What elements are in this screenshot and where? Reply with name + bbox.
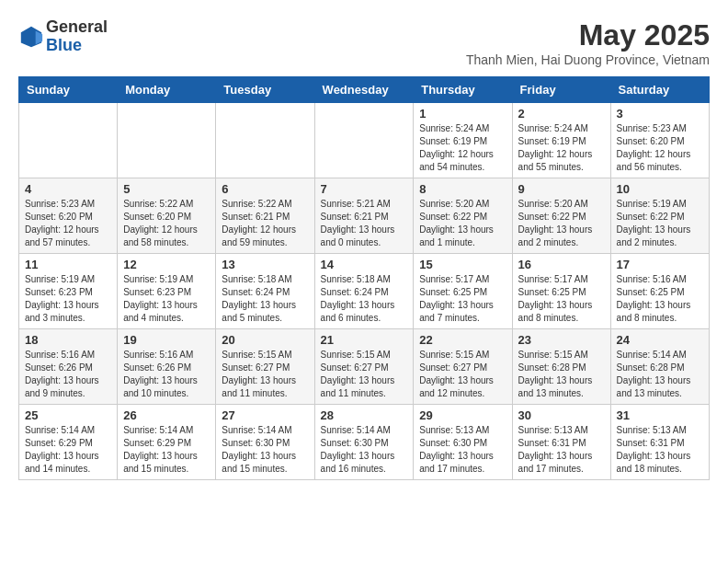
calendar-cell — [216, 103, 314, 178]
day-number: 25 — [25, 408, 111, 422]
calendar-cell: 20Sunrise: 5:15 AM Sunset: 6:27 PM Dayli… — [216, 329, 314, 405]
day-header-wednesday: Wednesday — [314, 77, 414, 103]
day-info: Sunrise: 5:14 AM Sunset: 6:30 PM Dayligh… — [321, 424, 408, 476]
calendar-cell: 31Sunrise: 5:13 AM Sunset: 6:31 PM Dayli… — [610, 405, 709, 480]
calendar-table: SundayMondayTuesdayWednesdayThursdayFrid… — [18, 76, 710, 480]
day-number: 18 — [25, 333, 111, 347]
day-info: Sunrise: 5:14 AM Sunset: 6:30 PM Dayligh… — [222, 424, 308, 476]
day-number: 16 — [518, 258, 605, 271]
day-info: Sunrise: 5:19 AM Sunset: 6:22 PM Dayligh… — [617, 198, 703, 249]
calendar-cell: 1Sunrise: 5:24 AM Sunset: 6:19 PM Daylig… — [414, 103, 512, 178]
day-number: 24 — [617, 333, 703, 347]
calendar-cell: 9Sunrise: 5:20 AM Sunset: 6:22 PM Daylig… — [512, 178, 610, 254]
day-number: 11 — [25, 258, 111, 271]
calendar-body: 1Sunrise: 5:24 AM Sunset: 6:19 PM Daylig… — [19, 103, 710, 480]
day-info: Sunrise: 5:13 AM Sunset: 6:30 PM Dayligh… — [419, 424, 506, 476]
day-number: 12 — [123, 258, 210, 271]
calendar-cell: 12Sunrise: 5:19 AM Sunset: 6:23 PM Dayli… — [118, 254, 216, 329]
day-header-monday: Monday — [118, 77, 216, 103]
day-info: Sunrise: 5:23 AM Sunset: 6:20 PM Dayligh… — [25, 198, 111, 249]
calendar-cell: 10Sunrise: 5:19 AM Sunset: 6:22 PM Dayli… — [610, 178, 709, 254]
calendar-cell — [314, 103, 414, 178]
day-info: Sunrise: 5:22 AM Sunset: 6:20 PM Dayligh… — [123, 198, 210, 249]
day-info: Sunrise: 5:18 AM Sunset: 6:24 PM Dayligh… — [321, 273, 408, 325]
day-info: Sunrise: 5:15 AM Sunset: 6:27 PM Dayligh… — [222, 349, 308, 400]
day-number: 28 — [321, 408, 408, 422]
calendar-cell: 8Sunrise: 5:20 AM Sunset: 6:22 PM Daylig… — [414, 178, 512, 254]
day-number: 5 — [123, 182, 210, 196]
day-info: Sunrise: 5:17 AM Sunset: 6:25 PM Dayligh… — [518, 273, 605, 325]
calendar-cell: 3Sunrise: 5:23 AM Sunset: 6:20 PM Daylig… — [610, 103, 709, 178]
day-info: Sunrise: 5:23 AM Sunset: 6:20 PM Dayligh… — [617, 122, 703, 174]
day-info: Sunrise: 5:16 AM Sunset: 6:26 PM Dayligh… — [123, 349, 210, 400]
calendar-cell — [118, 103, 216, 178]
day-number: 6 — [222, 182, 308, 196]
logo-general: General — [46, 18, 108, 37]
calendar-cell: 26Sunrise: 5:14 AM Sunset: 6:29 PM Dayli… — [118, 405, 216, 480]
calendar-week-5: 25Sunrise: 5:14 AM Sunset: 6:29 PM Dayli… — [19, 405, 710, 480]
day-info: Sunrise: 5:14 AM Sunset: 6:29 PM Dayligh… — [25, 424, 111, 476]
day-number: 29 — [419, 408, 506, 422]
logo-icon — [18, 24, 44, 50]
day-number: 14 — [321, 258, 408, 271]
calendar-cell: 28Sunrise: 5:14 AM Sunset: 6:30 PM Dayli… — [314, 405, 414, 480]
day-info: Sunrise: 5:16 AM Sunset: 6:25 PM Dayligh… — [617, 273, 703, 325]
day-info: Sunrise: 5:15 AM Sunset: 6:28 PM Dayligh… — [518, 349, 605, 400]
calendar-cell: 4Sunrise: 5:23 AM Sunset: 6:20 PM Daylig… — [19, 178, 118, 254]
calendar-cell: 18Sunrise: 5:16 AM Sunset: 6:26 PM Dayli… — [19, 329, 118, 405]
day-number: 19 — [123, 333, 210, 347]
day-header-thursday: Thursday — [414, 77, 512, 103]
calendar-week-1: 1Sunrise: 5:24 AM Sunset: 6:19 PM Daylig… — [19, 103, 710, 178]
calendar-cell: 11Sunrise: 5:19 AM Sunset: 6:23 PM Dayli… — [19, 254, 118, 329]
day-info: Sunrise: 5:13 AM Sunset: 6:31 PM Dayligh… — [617, 424, 703, 476]
day-header-saturday: Saturday — [610, 77, 709, 103]
day-info: Sunrise: 5:15 AM Sunset: 6:27 PM Dayligh… — [419, 349, 506, 400]
day-info: Sunrise: 5:24 AM Sunset: 6:19 PM Dayligh… — [518, 122, 605, 174]
calendar-header: SundayMondayTuesdayWednesdayThursdayFrid… — [19, 77, 710, 103]
calendar-cell: 24Sunrise: 5:14 AM Sunset: 6:28 PM Dayli… — [610, 329, 709, 405]
days-of-week-row: SundayMondayTuesdayWednesdayThursdayFrid… — [19, 77, 710, 103]
day-number: 15 — [419, 258, 506, 271]
day-number: 20 — [222, 333, 308, 347]
day-info: Sunrise: 5:15 AM Sunset: 6:27 PM Dayligh… — [321, 349, 408, 400]
day-info: Sunrise: 5:14 AM Sunset: 6:29 PM Dayligh… — [123, 424, 210, 476]
day-number: 9 — [518, 182, 605, 196]
calendar-cell: 2Sunrise: 5:24 AM Sunset: 6:19 PM Daylig… — [512, 103, 610, 178]
day-number: 7 — [321, 182, 408, 196]
day-info: Sunrise: 5:14 AM Sunset: 6:28 PM Dayligh… — [617, 349, 703, 400]
day-number: 21 — [321, 333, 408, 347]
day-number: 13 — [222, 258, 308, 271]
day-number: 22 — [419, 333, 506, 347]
calendar-cell — [19, 103, 118, 178]
calendar-cell: 13Sunrise: 5:18 AM Sunset: 6:24 PM Dayli… — [216, 254, 314, 329]
day-info: Sunrise: 5:21 AM Sunset: 6:21 PM Dayligh… — [321, 198, 408, 249]
day-info: Sunrise: 5:24 AM Sunset: 6:19 PM Dayligh… — [419, 122, 506, 174]
page-header: General Blue May 2025 Thanh Mien, Hai Du… — [18, 18, 710, 67]
calendar-week-4: 18Sunrise: 5:16 AM Sunset: 6:26 PM Dayli… — [19, 329, 710, 405]
calendar-cell: 27Sunrise: 5:14 AM Sunset: 6:30 PM Dayli… — [216, 405, 314, 480]
day-info: Sunrise: 5:13 AM Sunset: 6:31 PM Dayligh… — [518, 424, 605, 476]
calendar-week-3: 11Sunrise: 5:19 AM Sunset: 6:23 PM Dayli… — [19, 254, 710, 329]
calendar-cell: 17Sunrise: 5:16 AM Sunset: 6:25 PM Dayli… — [610, 254, 709, 329]
calendar-cell: 30Sunrise: 5:13 AM Sunset: 6:31 PM Dayli… — [512, 405, 610, 480]
day-number: 10 — [617, 182, 703, 196]
day-info: Sunrise: 5:20 AM Sunset: 6:22 PM Dayligh… — [518, 198, 605, 249]
day-number: 4 — [25, 182, 111, 196]
day-info: Sunrise: 5:16 AM Sunset: 6:26 PM Dayligh… — [25, 349, 111, 400]
calendar-cell: 15Sunrise: 5:17 AM Sunset: 6:25 PM Dayli… — [414, 254, 512, 329]
month-year-title: May 2025 — [466, 18, 710, 52]
calendar-cell: 25Sunrise: 5:14 AM Sunset: 6:29 PM Dayli… — [19, 405, 118, 480]
day-number: 30 — [518, 408, 605, 422]
title-section: May 2025 Thanh Mien, Hai Duong Province,… — [466, 18, 710, 67]
day-header-sunday: Sunday — [19, 77, 118, 103]
calendar-week-2: 4Sunrise: 5:23 AM Sunset: 6:20 PM Daylig… — [19, 178, 710, 254]
calendar-cell: 16Sunrise: 5:17 AM Sunset: 6:25 PM Dayli… — [512, 254, 610, 329]
calendar-cell: 22Sunrise: 5:15 AM Sunset: 6:27 PM Dayli… — [414, 329, 512, 405]
day-number: 31 — [617, 408, 703, 422]
day-info: Sunrise: 5:19 AM Sunset: 6:23 PM Dayligh… — [25, 273, 111, 325]
day-number: 8 — [419, 182, 506, 196]
calendar-cell: 14Sunrise: 5:18 AM Sunset: 6:24 PM Dayli… — [314, 254, 414, 329]
calendar-cell: 23Sunrise: 5:15 AM Sunset: 6:28 PM Dayli… — [512, 329, 610, 405]
location-subtitle: Thanh Mien, Hai Duong Province, Vietnam — [466, 52, 710, 67]
day-number: 26 — [123, 408, 210, 422]
